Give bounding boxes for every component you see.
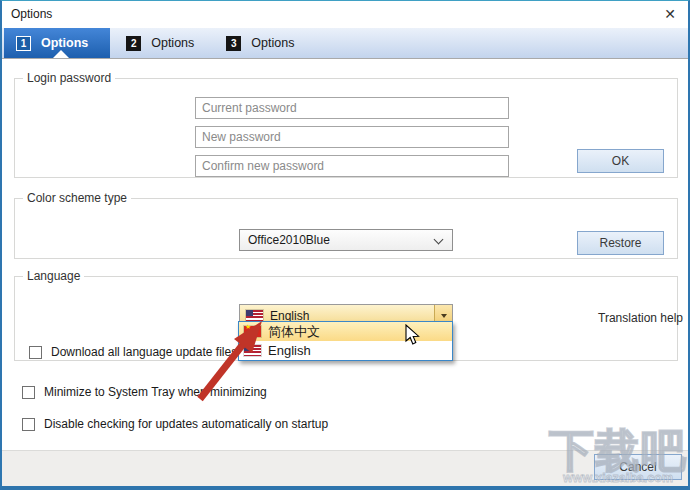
tab-1-number-badge: 1 (16, 36, 31, 51)
confirm-new-password-field[interactable] (195, 155, 509, 177)
disable-update-check-checkbox[interactable] (22, 418, 35, 431)
tab-options-2[interactable]: 2 Options (110, 28, 210, 58)
language-group-label: Language (23, 269, 84, 283)
minimize-to-tray-checkbox-row: Minimize to System Tray when minimizing (22, 385, 267, 399)
us-flag-icon (246, 310, 263, 321)
footer-bar: Cancel (2, 450, 688, 486)
download-language-updates-checkbox-row: Download all language update files (29, 345, 237, 359)
color-scheme-group: Color scheme type Office2010Blue Restore (14, 191, 678, 259)
tab-options-3[interactable]: 3 Options (210, 28, 310, 58)
language-option-english-label: English (268, 343, 311, 358)
language-option-chinese-label: 简体中文 (268, 323, 320, 341)
tab-3-number-badge: 3 (226, 36, 241, 51)
tab-bar: 1 Options 2 Options 3 Options (2, 28, 688, 59)
color-scheme-select[interactable]: Office2010Blue (239, 229, 453, 251)
color-scheme-selected-value: Office2010Blue (248, 233, 330, 247)
new-password-field[interactable] (195, 126, 509, 148)
cn-flag-icon (244, 326, 261, 337)
disable-update-check-label: Disable checking for updates automatical… (44, 417, 328, 431)
triangle-down-icon (441, 314, 447, 318)
login-password-group-label: Login password (23, 71, 115, 85)
minimize-to-tray-label: Minimize to System Tray when minimizing (44, 385, 267, 399)
tab-3-label: Options (251, 36, 294, 50)
language-option-chinese[interactable]: 简体中文 (239, 322, 452, 341)
language-option-english[interactable]: English (239, 341, 452, 360)
translation-help-link[interactable]: Translation help (571, 311, 683, 325)
language-dropdown-list: 简体中文 English (238, 321, 453, 361)
ok-button[interactable]: OK (577, 149, 664, 173)
login-password-group: Login password OK (14, 71, 678, 178)
download-language-updates-checkbox[interactable] (29, 346, 42, 359)
tab-2-label: Options (151, 36, 194, 50)
close-icon[interactable]: ✕ (661, 5, 679, 23)
current-password-field[interactable] (195, 97, 509, 119)
us-flag-icon (244, 345, 261, 356)
download-language-updates-label: Download all language update files (51, 345, 237, 359)
title-bar: Options ✕ (2, 1, 688, 28)
cancel-button[interactable]: Cancel (594, 454, 682, 480)
tab-1-label: Options (41, 36, 88, 50)
color-scheme-group-label: Color scheme type (23, 191, 131, 205)
window-title: Options (11, 7, 52, 21)
tab-options-1[interactable]: 1 Options (4, 28, 110, 58)
chevron-down-icon (434, 235, 444, 245)
dialog-bottom-border (2, 486, 688, 490)
minimize-to-tray-checkbox[interactable] (22, 386, 35, 399)
restore-button[interactable]: Restore (577, 231, 664, 255)
active-tab-notch-icon (53, 50, 69, 58)
options-dialog: Options ✕ 1 Options 2 Options 3 Options … (0, 0, 690, 490)
tab-2-number-badge: 2 (126, 36, 141, 51)
disable-update-check-checkbox-row: Disable checking for updates automatical… (22, 417, 328, 431)
